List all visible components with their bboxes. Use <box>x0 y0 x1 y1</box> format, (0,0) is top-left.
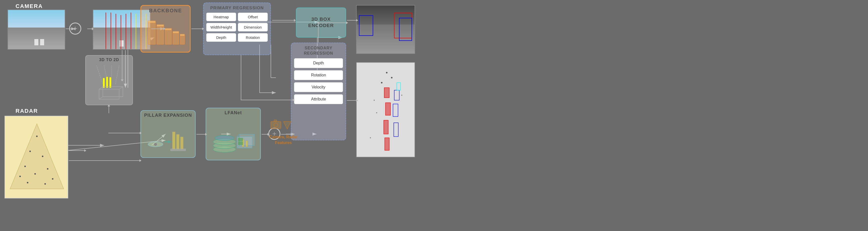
svg-marker-43 <box>10 124 64 189</box>
pr-item-width-height: Width/Height <box>206 23 236 32</box>
svg-point-51 <box>52 178 54 179</box>
svg-point-94 <box>386 72 388 73</box>
svg-rect-71 <box>176 134 179 149</box>
backbone-box: BACKBONE <box>141 5 191 53</box>
arrow-pillar-lfanet <box>196 134 206 135</box>
svg-rect-60 <box>110 77 111 88</box>
arrow-encoder-output <box>347 20 357 21</box>
svg-rect-97 <box>384 88 389 98</box>
svg-line-64 <box>119 87 123 89</box>
svg-point-45 <box>29 151 31 152</box>
primary-regression-label: PRIMARY REGRESSION <box>206 5 268 10</box>
sr-item-velocity: Velocity <box>294 82 343 92</box>
diagram-container: CAMERA + BACKBONE <box>0 0 868 231</box>
arrow-radar-pillar <box>69 160 140 161</box>
pillar-expansion-box: PILLAR EXPANSION <box>141 110 196 158</box>
svg-point-50 <box>34 173 36 175</box>
backbone-label: BACKBONE <box>149 8 182 13</box>
radar-input-image <box>4 116 68 198</box>
svg-rect-58 <box>103 78 105 88</box>
svg-rect-85 <box>238 138 243 141</box>
primary-regression-box: PRIMARY REGRESSION Heatmap Offset Width/… <box>203 2 271 55</box>
svg-point-47 <box>24 166 26 167</box>
arrow-plus-overlay <box>88 29 93 29</box>
arrow-radar-3dto2d <box>69 150 85 151</box>
3d-to-2d-box: 3D TO 2D <box>85 55 133 105</box>
svg-rect-90 <box>394 13 412 38</box>
arrow-pr-down <box>241 55 241 100</box>
lfanet-label: LFANet <box>225 110 242 116</box>
svg-point-95 <box>391 77 393 78</box>
svg-rect-86 <box>238 142 243 145</box>
svg-line-65 <box>99 97 103 99</box>
arrow-secondary-to-encoder <box>318 23 347 23</box>
output-camera-image <box>356 5 415 54</box>
arrow-pr-encoder <box>272 20 295 21</box>
svg-rect-33 <box>148 22 155 44</box>
svg-marker-69 <box>168 140 172 143</box>
svg-rect-38 <box>148 21 155 23</box>
arrow-pr-horizontal <box>241 100 293 100</box>
sr-item-attribute: Attribute <box>294 94 343 104</box>
svg-point-52 <box>27 182 28 184</box>
svg-rect-73 <box>170 149 186 151</box>
svg-rect-84 <box>246 140 248 147</box>
svg-rect-89 <box>274 120 277 122</box>
pr-item-heatmap: Heatmap <box>206 12 236 21</box>
arrow-3dto2d-up <box>108 106 109 113</box>
lfanet-box: LFANet <box>206 108 261 160</box>
camera-input-image <box>7 9 65 50</box>
svg-point-104 <box>374 100 375 101</box>
svg-point-107 <box>401 95 402 96</box>
svg-rect-99 <box>384 120 388 134</box>
svg-rect-70 <box>172 132 175 149</box>
svg-point-105 <box>376 112 377 113</box>
sr-item-depth: Depth <box>294 58 343 68</box>
svg-rect-72 <box>180 137 183 149</box>
svg-rect-35 <box>165 29 172 44</box>
pr-item-dimension: Dimension <box>238 23 268 32</box>
camera-label: CAMERA <box>16 3 43 9</box>
svg-rect-40 <box>165 28 172 30</box>
arrow-backbone-pr <box>191 29 203 29</box>
svg-rect-87 <box>271 122 281 129</box>
svg-point-96 <box>381 82 382 84</box>
svg-line-57 <box>115 65 119 84</box>
pr-item-offset: Offset <box>238 12 268 21</box>
svg-point-44 <box>36 136 38 137</box>
svg-point-46 <box>42 156 43 157</box>
svg-rect-62 <box>103 87 123 97</box>
arrow-lfanet-plus <box>261 134 268 135</box>
arrow-cam-plus <box>66 29 75 29</box>
pillar-expansion-label: PILLAR EXPANSION <box>144 113 192 118</box>
svg-point-77 <box>215 136 234 140</box>
svg-point-53 <box>44 183 46 185</box>
svg-line-54 <box>97 65 103 84</box>
sr-item-rotation: Rotation <box>294 70 343 80</box>
output-bev-image <box>356 62 415 157</box>
svg-rect-59 <box>106 77 108 88</box>
arrow-secondary-up <box>318 23 318 42</box>
svg-rect-98 <box>385 103 391 115</box>
primary-regression-grid: Heatmap Offset Width/Height Dimension De… <box>206 12 268 42</box>
svg-point-48 <box>47 168 49 170</box>
arrow-plus-secondary <box>281 134 293 135</box>
svg-line-63 <box>99 87 103 89</box>
svg-rect-39 <box>157 25 164 26</box>
svg-rect-61 <box>99 89 119 99</box>
svg-rect-36 <box>173 32 179 44</box>
pr-item-rotation: Rotation <box>238 33 268 42</box>
arrow-3dto2d-pillar <box>108 133 141 133</box>
svg-point-106 <box>370 137 371 138</box>
radar-label: RADAR <box>16 108 38 114</box>
svg-rect-91 <box>359 15 373 36</box>
arrow-cam-down <box>122 50 122 80</box>
svg-point-49 <box>19 176 21 177</box>
svg-rect-37 <box>180 35 185 44</box>
3d-to-2d-label: 3D TO 2D <box>99 58 119 62</box>
svg-rect-41 <box>173 31 179 33</box>
svg-line-80 <box>237 134 240 137</box>
svg-point-67 <box>154 143 157 146</box>
pr-item-depth: Depth <box>206 33 236 42</box>
svg-rect-92 <box>399 18 412 41</box>
